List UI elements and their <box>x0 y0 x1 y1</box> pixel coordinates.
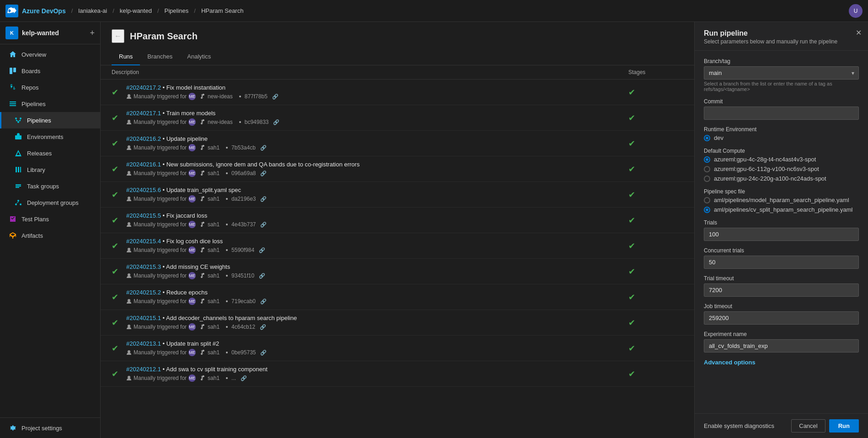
trial-timeout-input[interactable] <box>704 283 859 297</box>
tab-branches[interactable]: Branches <box>140 48 180 65</box>
sidebar-item-project-settings[interactable]: Project settings <box>0 420 100 436</box>
branch-info: sah1 <box>200 196 220 202</box>
project-crumb[interactable]: kelp-wanted <box>120 7 152 14</box>
cancel-button[interactable]: Cancel <box>791 419 825 433</box>
svg-point-4 <box>17 121 19 123</box>
runtime-env-label: Runtime Environment <box>704 126 859 133</box>
sidebar-item-repos[interactable]: Repos <box>0 79 100 96</box>
run-number-link[interactable]: #20240215.1 <box>126 315 161 321</box>
compute-option-gpu28g[interactable]: azureml:gpu-4c-28g-t4-nc4ast4v3-spot <box>704 156 859 163</box>
branch-name: new-ideas <box>208 93 233 100</box>
branch-name: sah1 <box>208 375 220 381</box>
page-crumb[interactable]: HParam Search <box>201 7 243 14</box>
compute-option-gpu220g[interactable]: azureml:gpu-24c-220g-a100-nc24ads-spot <box>704 175 859 182</box>
tab-analytics[interactable]: Analytics <box>180 48 218 65</box>
runtime-env-option-dev[interactable]: dev <box>704 134 859 141</box>
table-row[interactable]: ✔ #20240212.1 • Add swa to cv split trai… <box>101 361 694 387</box>
concurrent-trials-input[interactable] <box>704 256 859 269</box>
project-selector[interactable]: K kelp-wanted + <box>0 22 100 44</box>
spec-option-model-hparam[interactable]: aml/pipelines/model_hparam_search_pipeli… <box>704 197 859 203</box>
trigger-info: Manually triggered for ME <box>126 221 196 228</box>
org-crumb[interactable]: laniakea-ai <box>78 7 107 14</box>
run-status-icon: ✔ <box>112 267 124 277</box>
panel-footer: Enable system diagnostics Cancel Run <box>695 413 868 438</box>
run-title: #20240215.3 • Add missing CE weights <box>126 263 628 270</box>
panel-subtitle: Select parameters below and manually run… <box>704 38 859 45</box>
user-avatar-mini: ME <box>188 349 196 356</box>
user-avatar[interactable]: U <box>849 4 863 18</box>
spec-option-cv-split-hparam[interactable]: aml/pipelines/cv_split_hparam_search_pip… <box>704 206 859 213</box>
table-row[interactable]: ✔ #20240215.2 • Reduce epochs Manually t… <box>101 284 694 310</box>
table-row[interactable]: ✔ #20240217.1 • Train more models Manual… <box>101 105 694 131</box>
trials-field: Trials <box>704 219 859 241</box>
experiment-name-input[interactable] <box>704 339 859 353</box>
sidebar-item-task-groups[interactable]: Task groups <box>0 178 100 194</box>
branch-info: new-ideas <box>200 93 233 100</box>
table-row[interactable]: ✔ #20240215.4 • Fix log cosh dice loss M… <box>101 233 694 259</box>
back-button[interactable]: ← <box>112 29 124 43</box>
run-number-link[interactable]: #20240216.1 <box>126 161 161 168</box>
run-number-link[interactable]: #20240215.4 <box>126 238 161 245</box>
sidebar-item-pipelines[interactable]: Pipelines <box>0 112 100 128</box>
svg-rect-7 <box>18 167 19 172</box>
run-status-icon: ✔ <box>112 87 124 97</box>
run-number-link[interactable]: #20240212.1 <box>126 366 161 373</box>
table-row[interactable]: ✔ #20240215.1 • Add decoder_channels to … <box>101 310 694 336</box>
sidebar-item-overview[interactable]: Overview <box>0 46 100 63</box>
table-row[interactable]: ✔ #20240215.5 • Fix jaccard loss Manuall… <box>101 208 694 233</box>
sidebar-item-deployment-groups[interactable]: Deployment groups <box>0 194 100 211</box>
table-row[interactable]: ✔ #20240215.3 • Add missing CE weights M… <box>101 259 694 284</box>
run-title-text: • Update pipeline <box>163 135 208 142</box>
run-number-link[interactable]: #20240217.1 <box>126 110 161 117</box>
run-number-link[interactable]: #20240215.3 <box>126 263 161 270</box>
success-check-icon: ✔ <box>112 190 118 199</box>
run-number-link[interactable]: #20240215.6 <box>126 187 161 193</box>
user-avatar-mini: ME <box>188 118 196 126</box>
sidebar-item-label: Boards <box>21 68 40 75</box>
table-row[interactable]: ✔ #20240213.1 • Update train split #2 Ma… <box>101 336 694 361</box>
panel-title: Run pipeline <box>704 29 859 37</box>
sidebar-item-boards[interactable]: Boards <box>0 63 100 79</box>
sidebar-item-label: Pipelines <box>27 117 51 124</box>
run-number-link[interactable]: #20240213.1 <box>126 340 161 347</box>
trial-timeout-label: Trial timeout <box>704 275 859 282</box>
table-row[interactable]: ✔ #20240215.6 • Update train_split.yaml … <box>101 182 694 208</box>
job-timeout-input[interactable] <box>704 311 859 325</box>
add-project-button[interactable]: + <box>90 28 95 38</box>
project-name: kelp-wanted <box>22 29 86 37</box>
panel-close-button[interactable]: ✕ <box>856 28 862 37</box>
user-avatar-mini: ME <box>188 144 196 151</box>
tab-runs[interactable]: Runs <box>112 48 140 65</box>
table-row[interactable]: ✔ #20240216.1 • New submissions, ignore … <box>101 156 694 182</box>
sidebar-item-artifacts[interactable]: Artifacts <box>0 227 100 244</box>
environments-icon <box>14 133 22 141</box>
run-number-link[interactable]: #20240215.5 <box>126 212 161 219</box>
branch-select[interactable]: main <box>704 66 859 80</box>
sidebar-item-pipelines-group[interactable]: Pipelines <box>0 96 100 112</box>
default-compute-field: Default Compute azureml:gpu-4c-28g-t4-nc… <box>704 148 859 182</box>
topbar: Azure DevOps / laniakea-ai / kelp-wanted… <box>0 0 868 22</box>
run-number-link[interactable]: #20240215.2 <box>126 289 161 296</box>
sidebar-item-library[interactable]: Library <box>0 161 100 178</box>
table-row[interactable]: ✔ #20240216.2 • Update pipeline Manually… <box>101 131 694 156</box>
commit-input[interactable] <box>704 107 859 120</box>
brand-name[interactable]: Azure DevOps <box>22 7 66 15</box>
run-number-link[interactable]: #20240217.2 <box>126 84 161 91</box>
compute-option-gpu112g[interactable]: azureml:gpu-6c-112g-v100-nc6sv3-spot <box>704 166 859 172</box>
run-title: #20240217.2 • Fix model instantiation <box>126 84 628 91</box>
success-check-icon: ✔ <box>112 241 118 251</box>
job-timeout-label: Job timeout <box>704 303 859 310</box>
trials-input[interactable] <box>704 228 859 241</box>
stage-success-icon: ✔ <box>628 215 635 225</box>
sidebar-item-releases[interactable]: Releases <box>0 145 100 161</box>
sidebar-item-test-plans[interactable]: Test Plans <box>0 211 100 227</box>
advanced-options-toggle[interactable]: Advanced options <box>704 359 755 366</box>
section-crumb[interactable]: Pipelines <box>165 7 189 14</box>
run-button[interactable]: Run <box>829 419 859 433</box>
sidebar-item-environments[interactable]: Environments <box>0 128 100 145</box>
run-number-link[interactable]: #20240216.2 <box>126 135 161 142</box>
table-row[interactable]: ✔ #20240217.2 • Fix model instantiation … <box>101 80 694 105</box>
link-icon: 🔗 <box>260 350 267 356</box>
run-title: #20240215.1 • Add decoder_channels to hp… <box>126 315 628 321</box>
stage-success-icon: ✔ <box>628 369 635 379</box>
